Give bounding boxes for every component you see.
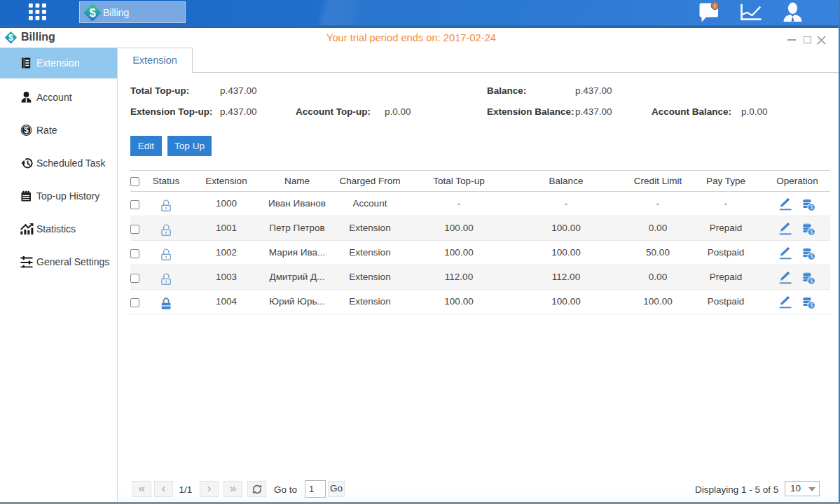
svg-text:$: $ [810,204,813,211]
svg-text:$: $ [24,125,29,135]
svg-text:$: $ [810,228,813,235]
svg-text:$: $ [810,253,813,260]
svg-text:$: $ [810,302,813,309]
svg-text:$: $ [810,277,813,284]
svg-text:$: $ [89,6,95,19]
svg-text:!: ! [714,3,716,10]
svg-text:$: $ [8,32,14,43]
